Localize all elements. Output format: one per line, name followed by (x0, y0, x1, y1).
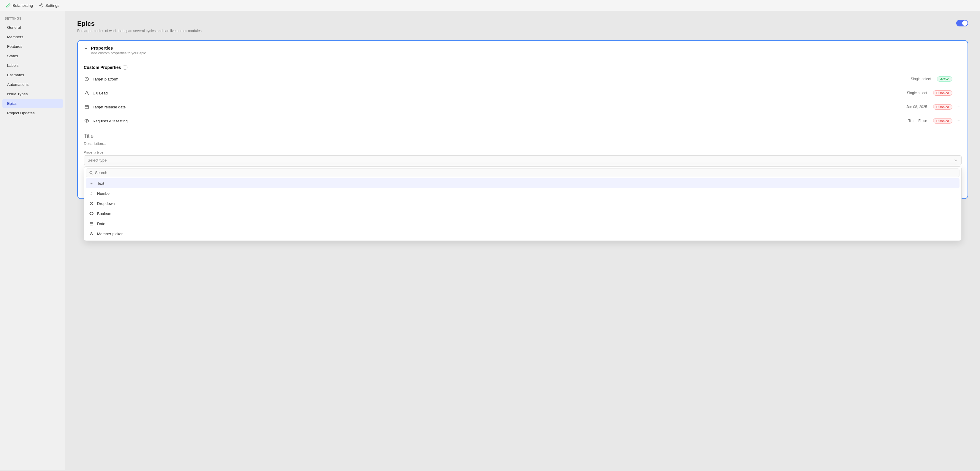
topnav: Beta testing › Settings (0, 0, 980, 11)
sidebar: SETTINGS General Members Features States… (0, 11, 65, 470)
property-row-target-release-date: Target release date Jan 08, 2025 Disable… (78, 100, 967, 114)
page-title: Epics (77, 20, 202, 28)
select-type-button[interactable]: Select type (84, 155, 962, 165)
page-subtitle: For larger bodies of work that span seve… (77, 29, 202, 33)
custom-props-label: Custom Properties (84, 65, 121, 70)
property-type-group: Property type Select type (84, 151, 962, 165)
status-badge-ux-lead: Disabled (933, 90, 952, 95)
info-icon[interactable]: i (123, 65, 127, 70)
hash-icon: # (89, 191, 94, 196)
dropdown-item-number[interactable]: # Number (86, 188, 959, 198)
status-badge-target-platform: Active (937, 76, 952, 82)
sidebar-item-project-updates[interactable]: Project Updates (2, 108, 63, 118)
dropdown-item-dropdown[interactable]: Dropdown (86, 198, 959, 208)
add-form-area: Property type Select type (78, 128, 967, 184)
property-name-ux-lead: UX Lead (93, 91, 904, 95)
property-date-target-release-date: Jan 08, 2025 (906, 105, 927, 109)
more-btn-target-platform[interactable]: ··· (955, 76, 962, 82)
dropdown-label-number: Number (97, 191, 111, 196)
dropdown-label-boolean: Boolean (97, 212, 111, 216)
main-content: Epics For larger bodies of work that spa… (65, 11, 980, 470)
property-name-target-release-date: Target release date (93, 105, 904, 109)
clock-icon (84, 76, 90, 82)
select-type-placeholder: Select type (88, 158, 107, 162)
custom-props-header: Custom Properties i (78, 60, 967, 72)
sidebar-item-states[interactable]: States (2, 51, 63, 60)
gear-icon (39, 3, 44, 8)
epics-toggle[interactable] (956, 20, 968, 26)
person-icon (84, 90, 90, 96)
dropdown-search-input[interactable] (95, 170, 956, 175)
properties-card: Properties Add custom properties to your… (77, 40, 968, 199)
dropdown-label-text: Text (97, 181, 104, 186)
svg-point-9 (91, 232, 92, 234)
dropdown-label-dropdown: Dropdown (97, 201, 115, 206)
svg-point-0 (40, 5, 42, 6)
eye-icon (84, 118, 90, 124)
sidebar-item-issue-types[interactable]: Issue Types (2, 89, 63, 99)
svg-point-5 (90, 171, 92, 174)
dropdown-calendar-icon (89, 221, 94, 226)
properties-header-text: Properties Add custom properties to your… (91, 45, 147, 55)
property-row-target-platform: Target platform Single select Active ··· (78, 72, 967, 86)
more-btn-ux-lead[interactable]: ··· (955, 90, 962, 96)
pencil-icon (6, 3, 11, 8)
page-header: Epics For larger bodies of work that spa… (77, 20, 968, 33)
dropdown-label-member-picker: Member picker (97, 232, 123, 236)
svg-point-4 (86, 120, 87, 121)
dropdown-item-member-picker[interactable]: Member picker (86, 229, 959, 239)
topnav-settings[interactable]: Settings (39, 3, 59, 8)
page-header-text: Epics For larger bodies of work that spa… (77, 20, 202, 33)
sidebar-item-general[interactable]: General (2, 23, 63, 32)
topnav-project[interactable]: Beta testing (6, 3, 33, 8)
app-layout: SETTINGS General Members Features States… (0, 11, 980, 470)
svg-rect-3 (85, 105, 89, 109)
svg-point-7 (91, 213, 92, 214)
sidebar-section-label: SETTINGS (0, 17, 65, 22)
more-btn-requires-ab[interactable]: ··· (955, 118, 962, 124)
collapse-chevron-icon[interactable] (84, 46, 88, 51)
property-type-requires-ab: True | False (908, 119, 927, 123)
svg-rect-8 (90, 223, 93, 225)
dropdown-clock-icon (89, 201, 94, 206)
property-type-target-platform: Single select (911, 77, 931, 81)
dropdown-item-date[interactable]: Date (86, 219, 959, 229)
status-badge-requires-ab: Disabled (933, 118, 952, 124)
chevron-down-icon (954, 158, 958, 162)
dropdown-item-boolean[interactable]: Boolean (86, 208, 959, 219)
dropdown-label-date: Date (97, 221, 105, 226)
calendar-icon (84, 104, 90, 110)
sidebar-item-epics[interactable]: Epics (2, 99, 63, 108)
dropdown-search-box (86, 169, 959, 177)
status-badge-target-release-date: Disabled (933, 104, 952, 110)
property-row-requires-ab: Requires A/B testing True | False Disabl… (78, 114, 967, 128)
property-row-ux-lead: UX Lead Single select Disabled ··· (78, 86, 967, 100)
sidebar-item-members[interactable]: Members (2, 32, 63, 41)
search-icon (89, 171, 93, 175)
sidebar-item-automations[interactable]: Automations (2, 80, 63, 89)
dropdown-item-text[interactable]: ≡ Text (86, 178, 959, 188)
more-btn-target-release-date[interactable]: ··· (955, 103, 962, 110)
dropdown-eye-icon (89, 211, 94, 216)
properties-header: Properties Add custom properties to your… (78, 41, 967, 60)
property-name-target-platform: Target platform (93, 77, 908, 81)
property-name-requires-ab: Requires A/B testing (93, 119, 905, 123)
project-name: Beta testing (13, 3, 33, 8)
property-type-label: Property type (84, 151, 962, 154)
dropdown-person-icon (89, 231, 94, 236)
property-type-dropdown: ≡ Text # Number (84, 166, 962, 241)
text-icon: ≡ (89, 181, 94, 186)
property-type-row: Property type Select type (84, 151, 962, 165)
prop-title: Properties (91, 45, 147, 51)
sidebar-item-labels[interactable]: Labels (2, 61, 63, 70)
settings-label: Settings (45, 3, 59, 8)
sidebar-item-estimates[interactable]: Estimates (2, 70, 63, 80)
nav-separator: › (35, 3, 37, 8)
form-title-input[interactable] (84, 133, 962, 139)
prop-subtitle: Add custom properties to your epic. (91, 51, 147, 55)
property-type-ux-lead: Single select (907, 91, 927, 95)
sidebar-item-features[interactable]: Features (2, 42, 63, 51)
form-desc-input[interactable] (84, 142, 962, 146)
